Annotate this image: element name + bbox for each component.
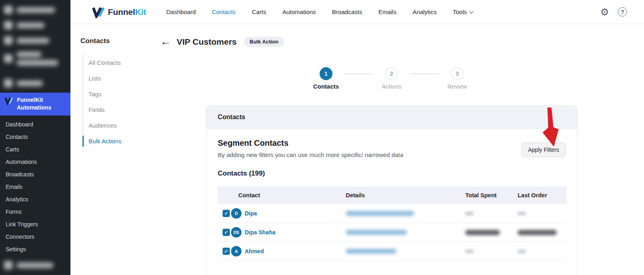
step-contacts[interactable]: 1 Contacts [308,67,344,90]
funnelkit-logo-mark [4,96,13,105]
brand-wordmark: FunnelKit [108,7,146,17]
sidebar-item-lists[interactable]: Lists [83,70,157,86]
nav-automations[interactable]: Automations [282,8,316,15]
back-arrow-icon[interactable]: ← [160,36,171,47]
sidebar-item-connectors[interactable]: Connectors [0,231,70,243]
row-checkbox[interactable]: ✓ [223,248,230,255]
sidebar-item-emails[interactable]: Emails [0,181,70,193]
bulk-action-badge: Bulk Action [244,37,284,47]
sidebar-item-tags[interactable]: Tags [83,86,157,102]
funnelkit-brand: FunnelKit [92,6,146,18]
step-label: Contacts [313,83,339,90]
step-connector [344,73,374,74]
sidebar-item-forms[interactable]: Forms [0,206,70,218]
nav-emails[interactable]: Emails [378,8,396,15]
redacted-contact-details [346,211,414,216]
segment-title: Segment Contacts [218,139,403,148]
step-actions[interactable]: 2 Actions [374,67,410,90]
card-header-title: Contacts [218,114,245,121]
redacted-contact-details [346,249,396,254]
contacts-sidebar-title: Contacts [80,37,157,45]
top-navigation-bar: FunnelKit Dashboard Contacts Carts Autom… [70,0,644,24]
column-header-last-order: Last Order [518,192,567,198]
wp-admin-sidebar: FunnelKit Automations Dashboard Contacts… [0,0,70,275]
step-number: 2 [385,67,398,80]
help-icon[interactable]: ? [618,7,627,17]
column-header-total-spent: Total Spent [465,192,518,198]
redacted-last-order [518,212,526,215]
step-number: 1 [320,67,332,80]
avatar: D [231,208,242,219]
step-number: 3 [451,67,464,80]
nav-analytics[interactable]: Analytics [413,8,437,15]
chevron-down-icon [469,9,473,13]
card-body: Segment Contacts By adding new filters y… [206,129,577,261]
sidebar-item-contacts[interactable]: Contacts [0,131,70,143]
contacts-sidebar-list: All Contacts Lists Tags Fields Audiences… [83,54,157,150]
segment-header-row: Segment Contacts By adding new filters y… [218,139,566,158]
redacted-last-order [518,230,557,235]
funnelkit-logo-mark [92,6,105,18]
redacted-total-spent [465,212,473,215]
card-header: Contacts [206,106,577,129]
step-label: Review [447,83,467,90]
table-row[interactable]: ✓ A Ahmed [218,242,567,261]
row-checkbox[interactable]: ✓ [223,210,230,217]
contact-name-link[interactable]: Dipa [245,210,257,217]
redacted-wp-menu-item [4,36,50,45]
page-header: ← VIP Customers Bulk Action [160,36,284,47]
redacted-wp-menu-item [4,261,54,269]
step-review[interactable]: 3 Review [439,67,475,90]
segment-subtitle: By adding new filters you can use much m… [218,151,403,158]
nav-broadcasts[interactable]: Broadcasts [332,8,362,15]
redacted-wp-menu-item [4,79,43,87]
sidebar-item-audiences[interactable]: Audiences [83,118,157,133]
redacted-wp-menu-item [4,6,55,14]
sidebar-item-analytics[interactable]: Analytics [0,193,70,206]
checkmark-icon: ✓ [224,211,228,216]
sidebar-item-dashboard[interactable]: Dashboard [0,118,70,131]
sidebar-item-link-triggers[interactable]: Link Triggers [0,218,70,231]
row-checkbox[interactable]: ✓ [223,229,230,236]
table-header-row: Contact Details Total Spent Last Order [218,186,567,204]
table-row[interactable]: ✓ DS Dipa Shaha [218,223,567,242]
redacted-total-spent [465,230,500,235]
gear-icon[interactable]: ⚙ [600,7,609,17]
column-header-contact: Contact [231,192,346,198]
step-connector [410,73,439,74]
nav-contacts[interactable]: Contacts [212,8,235,15]
checkmark-icon: ✓ [224,230,228,235]
sidebar-item-funnelkit-automations[interactable]: FunnelKit Automations [0,93,70,116]
sidebar-item-label: FunnelKit Automations [17,96,52,112]
wizard-stepper: 1 Contacts 2 Actions 3 Review [308,67,475,90]
primary-nav: Dashboard Contacts Carts Automations Bro… [166,8,473,15]
nav-dashboard[interactable]: Dashboard [166,8,196,15]
sidebar-item-all-contacts[interactable]: All Contacts [83,55,157,70]
sidebar-item-fields[interactable]: Fields [83,102,157,118]
redacted-wp-menu-item [4,21,45,29]
table-row[interactable]: ✓ D Dipa [218,204,567,223]
sidebar-item-bulk-actions[interactable]: Bulk Actions [83,133,157,149]
nav-utilities: ⚙ ? [600,7,644,17]
apply-filters-button[interactable]: Apply Filters [521,143,566,157]
contacts-sidebar: Contacts All Contacts Lists Tags Fields … [70,24,157,150]
checkmark-icon: ✓ [224,249,228,254]
wp-plugin-submenu: Dashboard Contacts Carts Automations Bro… [0,118,70,256]
contact-name-link[interactable]: Dipa Shaha [245,229,275,236]
page-title: VIP Customers [177,37,237,47]
nav-carts[interactable]: Carts [252,8,266,15]
nav-tools[interactable]: Tools [453,8,473,15]
redacted-contact-details [346,230,407,235]
avatar: DS [231,227,242,238]
main-content: ← VIP Customers Bulk Action 1 Contacts 2… [157,24,644,275]
sidebar-item-broadcasts[interactable]: Broadcasts [0,168,70,181]
avatar: A [231,246,242,256]
contact-name-link[interactable]: Ahmed [245,248,264,254]
redacted-total-spent [465,250,473,253]
sidebar-item-automations[interactable]: Automations [0,156,70,168]
redacted-wp-menu-item [4,52,58,66]
sidebar-item-settings[interactable]: Settings [0,243,70,256]
contacts-table: Contact Details Total Spent Last Order ✓… [218,186,567,261]
column-header-details: Details [346,192,465,198]
sidebar-item-carts[interactable]: Carts [0,143,70,156]
